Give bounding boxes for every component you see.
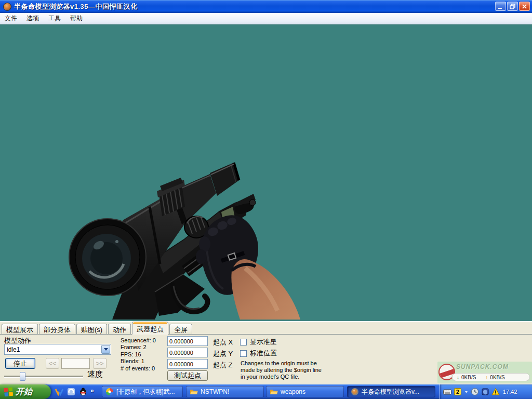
standard-position-row: 标准位置 bbox=[240, 349, 277, 358]
warning-icon[interactable] bbox=[491, 388, 500, 396]
tab-model-display[interactable]: 模型展示 bbox=[2, 324, 38, 334]
taskbar-button-label: 半条命模型浏览器v... bbox=[362, 388, 419, 396]
pinwheel-icon bbox=[105, 388, 114, 396]
taskbar-button-nstwpn[interactable]: NSTWPN! bbox=[186, 386, 264, 397]
origin-y-label: 起点 Y bbox=[213, 349, 233, 358]
watermark-text: SUNPACK.COM bbox=[456, 363, 509, 370]
upload-speed: 0KB/S bbox=[490, 375, 504, 380]
tab-sequences[interactable]: 动作 bbox=[108, 324, 131, 334]
blends-count: Blends: 1 bbox=[121, 358, 156, 365]
security-icon[interactable] bbox=[481, 388, 489, 396]
fps-value: FPS: 16 bbox=[121, 351, 156, 358]
prev-frame-button[interactable]: << bbox=[46, 358, 59, 369]
sunpack-watermark: SUNPACK.COM ↓ 0KB/S ↑ 0KB/S bbox=[437, 362, 532, 383]
tab-textures[interactable]: 贴图(s) bbox=[76, 324, 107, 334]
hlmv-sphere-icon bbox=[3, 3, 11, 11]
taskbar-button-label: weapons bbox=[281, 388, 305, 395]
taskbar-button-label: [非原创，但求精]武... bbox=[116, 388, 175, 396]
origin-y-field[interactable] bbox=[167, 348, 208, 357]
menu-bar: 文件 选项 工具 帮助 bbox=[0, 13, 532, 24]
download-arrow-icon: ↓ bbox=[457, 375, 459, 380]
im-2-icon[interactable]: 2 bbox=[454, 388, 462, 396]
hide-icons-chevron-icon[interactable] bbox=[464, 388, 469, 396]
network-speed-bar: ↓ 0KB/S ↑ 0KB/S bbox=[452, 373, 530, 381]
menu-options[interactable]: 选项 bbox=[22, 13, 44, 24]
close-button[interactable] bbox=[519, 2, 530, 11]
folder-icon bbox=[190, 388, 198, 396]
browser-app-icon[interactable] bbox=[67, 388, 75, 396]
taskbar: 开始 » [非原创，但求精]武... NSTWPN! bbox=[0, 384, 532, 399]
frame-field[interactable] bbox=[61, 358, 90, 369]
animation-select-value: idle1 bbox=[5, 346, 101, 353]
stop-button[interactable]: 停止 bbox=[5, 358, 35, 369]
next-frame-button[interactable]: >> bbox=[93, 358, 107, 369]
tray-clock[interactable]: 17:42 bbox=[503, 389, 517, 395]
maxthon-icon[interactable] bbox=[55, 388, 63, 396]
standard-position-checkbox[interactable] bbox=[240, 350, 247, 357]
svg-text:2: 2 bbox=[456, 389, 460, 395]
standard-position-label: 标准位置 bbox=[250, 349, 277, 358]
clock-icon[interactable] bbox=[471, 388, 479, 396]
tab-weapon-origin[interactable]: 武器起点 bbox=[132, 322, 168, 335]
slider-thumb[interactable] bbox=[20, 372, 25, 381]
upload-arrow-icon: ↑ bbox=[485, 375, 488, 380]
close-icon bbox=[522, 4, 527, 9]
show-crosshair-label: 显示准星 bbox=[250, 337, 277, 347]
sequence-info: Sequence#: 0 Frames: 2 FPS: 16 Blends: 1… bbox=[121, 337, 156, 372]
speed-label: 速度 bbox=[87, 369, 103, 379]
taskbar-button-forum[interactable]: [非原创，但求精]武... bbox=[102, 386, 183, 397]
minimize-button[interactable] bbox=[495, 2, 506, 11]
tab-strip: 模型展示 部分身体 贴图(s) 动作 武器起点 全屏 bbox=[0, 322, 532, 335]
start-button[interactable]: 开始 bbox=[0, 384, 51, 399]
qq-penguin-icon[interactable] bbox=[79, 388, 87, 396]
show-crosshair-checkbox[interactable] bbox=[240, 339, 247, 345]
qc-note: Changes to the origin must be made by al… bbox=[241, 360, 322, 380]
start-label: 开始 bbox=[16, 387, 32, 397]
quicklaunch-overflow-chevron[interactable]: » bbox=[90, 387, 94, 394]
tab-body-parts[interactable]: 部分身体 bbox=[39, 324, 75, 334]
taskbar-button-hlmv[interactable]: 半条命模型浏览器v... bbox=[347, 386, 435, 397]
origin-z-label: 起点 Z bbox=[213, 361, 233, 370]
keyboard-icon[interactable] bbox=[443, 388, 451, 396]
folder-icon bbox=[270, 388, 278, 396]
window-titlebar[interactable]: 半条命模型浏览器v1.35—中国悍匪汉化 bbox=[0, 0, 532, 13]
system-tray: 2 17:42 bbox=[440, 384, 532, 399]
slider-track bbox=[4, 376, 83, 378]
events-count: # of events: 0 bbox=[121, 365, 156, 372]
menu-file[interactable]: 文件 bbox=[0, 13, 22, 24]
menu-help[interactable]: 帮助 bbox=[65, 13, 87, 24]
origin-x-field[interactable] bbox=[167, 336, 208, 346]
restore-icon bbox=[510, 4, 516, 9]
animation-select[interactable]: idle1 bbox=[4, 344, 111, 355]
frames-count: Frames: 2 bbox=[121, 344, 156, 351]
sniper-rifle-model bbox=[0, 24, 532, 321]
chevron-down-icon[interactable] bbox=[101, 345, 110, 354]
taskbar-button-weapons[interactable]: weapons bbox=[266, 386, 344, 397]
download-speed: 0KB/S bbox=[461, 375, 476, 380]
hlmv-sphere-icon bbox=[351, 388, 359, 396]
restore-button[interactable] bbox=[507, 2, 518, 11]
minimize-icon bbox=[498, 4, 503, 9]
sequence-number: Sequence#: 0 bbox=[121, 337, 156, 344]
tab-fullscreen[interactable]: 全屏 bbox=[169, 324, 192, 334]
window-title: 半条命模型浏览器v1.35—中国悍匪汉化 bbox=[14, 2, 138, 11]
test-origin-button[interactable]: 测试起点 bbox=[167, 370, 208, 381]
speed-slider[interactable] bbox=[4, 371, 83, 382]
taskbar-button-label: NSTWPN! bbox=[201, 388, 229, 395]
menu-tools[interactable]: 工具 bbox=[44, 13, 65, 24]
origin-z-field[interactable] bbox=[167, 359, 208, 369]
model-viewport[interactable] bbox=[0, 24, 532, 321]
show-crosshair-row: 显示准星 bbox=[240, 337, 277, 347]
windows-flag-icon bbox=[4, 387, 14, 397]
origin-x-label: 起点 X bbox=[213, 338, 233, 347]
